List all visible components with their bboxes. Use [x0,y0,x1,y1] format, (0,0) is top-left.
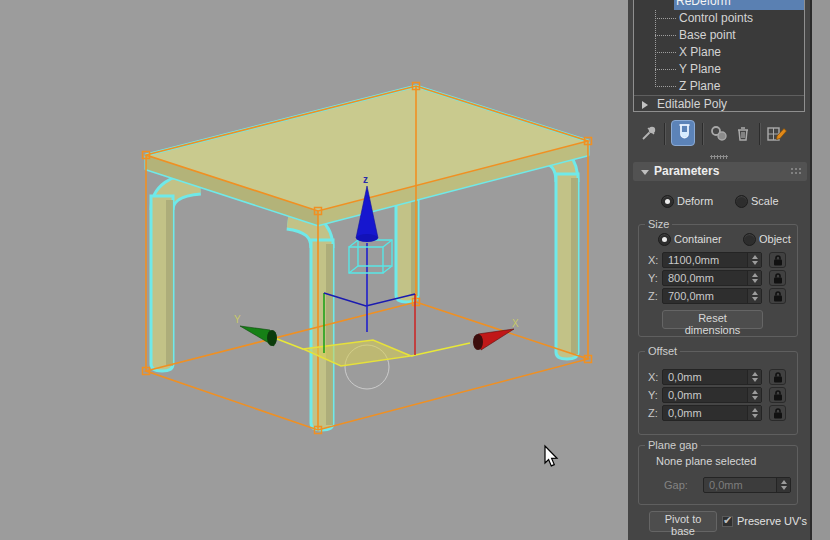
gizmo-cube[interactable] [349,240,392,273]
application-window: z Y X [0,0,830,540]
offset-y-spinner[interactable] [747,388,761,402]
collapse-arrow-icon [641,170,649,175]
rollout-grip-icon[interactable] [790,167,801,176]
pin-stack-icon[interactable] [639,124,659,144]
y-axis-label: Y [234,314,241,325]
toolbar-separator [702,123,704,145]
make-unique-icon[interactable] [708,124,728,144]
size-y-lock-icon[interactable] [769,270,786,286]
mouse-cursor-icon [545,446,557,466]
offset-x-spinner[interactable] [747,370,761,384]
plane-gap-status: None plane selected [656,455,756,467]
x-axis-label: X [512,318,519,329]
scale-radio[interactable] [735,195,748,208]
desktop-background [812,0,830,540]
size-z-lock-icon[interactable] [769,288,786,304]
show-end-result-button[interactable] [671,120,695,146]
size-x-lock-icon[interactable] [769,252,786,268]
3d-viewport[interactable]: z Y X [0,0,628,540]
command-panel: ReDeform Control points Base point X Pla… [628,0,812,540]
offset-z-spinner[interactable] [747,406,761,420]
offset-z-field[interactable]: 0,0mm [662,405,762,421]
stack-item-editable-poly[interactable]: Editable Poly [634,95,804,112]
size-y-field[interactable]: 800,0mm [662,270,762,286]
remove-modifier-icon[interactable] [733,124,753,144]
stack-item-base-point[interactable]: Base point [634,27,804,44]
stack-item-control-points[interactable]: Control points [634,10,804,27]
preserve-uvs-checkbox[interactable]: ✔ [722,516,733,527]
gap-spinner [776,478,790,492]
size-z-field[interactable]: 700,0mm [662,288,762,304]
offset-x-lock-icon[interactable] [769,369,786,385]
offset-z-lock-icon[interactable] [769,405,786,421]
container-radio[interactable] [658,233,671,246]
pivot-to-base-button[interactable]: Pivot to base [649,511,717,532]
stack-item-x-plane[interactable]: X Plane [634,44,804,61]
preserve-uvs-label: Preserve UV's [737,515,807,527]
panel-resize-sash[interactable] [710,155,728,159]
y-axis-arrow[interactable]: Y [234,314,277,346]
stack-item-y-plane[interactable]: Y Plane [634,61,804,78]
table-leg-front[interactable] [288,218,333,430]
toolbar-separator [759,123,761,145]
modifier-stack-toolbar [628,117,810,151]
size-z-spinner[interactable] [747,289,761,303]
parameters-rollout-header[interactable]: Parameters [633,162,807,181]
object-radio[interactable] [743,233,756,246]
size-x-spinner[interactable] [747,253,761,267]
deform-radio-label: Deform [677,195,713,207]
stack-item-redeform[interactable]: ReDeform [634,0,804,10]
deform-radio[interactable] [661,195,674,208]
stack-item-z-plane[interactable]: Z Plane [634,78,804,95]
size-group: Size Container Object X: 1100,0mm Y: 800… [638,224,798,337]
size-x-field[interactable]: 1100,0mm [662,252,762,268]
configure-modifier-sets-icon[interactable] [766,124,786,144]
plane-gap-group: Plane gap None plane selected Gap: 0,0mm [638,445,798,505]
offset-group: Offset X: 0,0mm Y: 0,0mm Z: 0,0mm [638,351,798,435]
reset-dimensions-button[interactable]: Reset dimensions [662,310,763,329]
expand-arrow-icon[interactable] [642,101,648,109]
modifier-stack-list[interactable]: ReDeform Control points Base point X Pla… [633,0,805,112]
table-leg-left[interactable] [151,183,200,371]
scale-radio-label: Scale [751,195,779,207]
z-axis-label: z [363,174,368,185]
gap-field: 0,0mm [703,477,791,493]
offset-y-field[interactable]: 0,0mm [662,387,762,403]
table-leg-right[interactable] [542,151,578,359]
size-y-spinner[interactable] [747,271,761,285]
offset-x-field[interactable]: 0,0mm [662,369,762,385]
toolbar-separator [664,123,666,145]
viewport-scene: z Y X [0,0,628,540]
offset-y-lock-icon[interactable] [769,387,786,403]
